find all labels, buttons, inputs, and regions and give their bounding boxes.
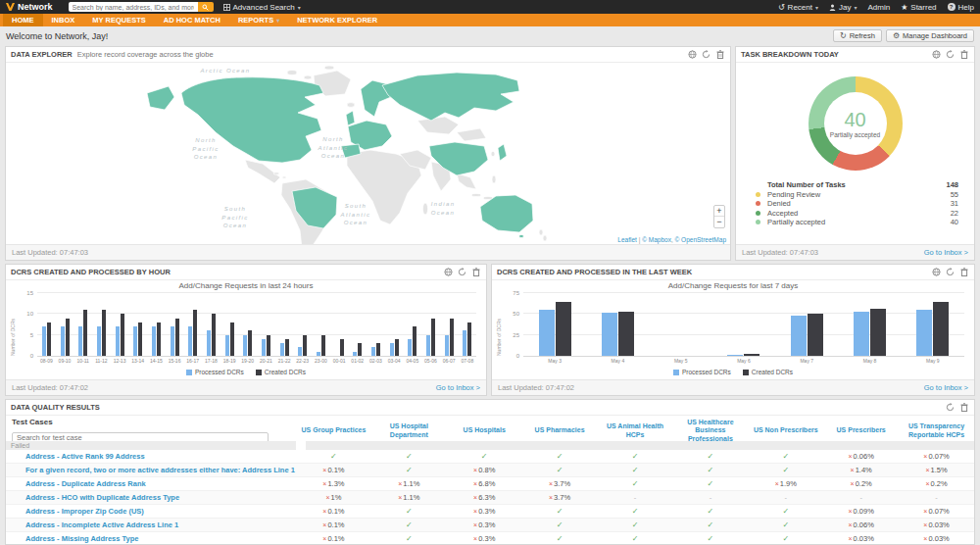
globe-icon[interactable] <box>687 49 698 60</box>
legend-item[interactable]: Created DCRs <box>256 369 306 375</box>
go-to-inbox-link[interactable]: Go to Inbox > <box>924 383 968 392</box>
refresh-icon[interactable] <box>945 49 956 60</box>
result-cell: ×0.03% <box>823 534 899 543</box>
test-case-link[interactable]: For a given record, two or more active a… <box>6 466 296 474</box>
result-cell: ×0.03% <box>899 534 974 543</box>
recent-menu[interactable]: ↺ Recent▾ <box>778 3 818 12</box>
app-logo[interactable]: Network <box>6 2 53 12</box>
test-case-link[interactable]: Address - Incomplete Active Address Line… <box>6 520 296 529</box>
legend-row: Total Number of Tasks148 <box>756 180 958 190</box>
admin-link[interactable]: Admin <box>867 3 890 12</box>
zoom-out-button[interactable]: − <box>714 217 724 227</box>
go-to-inbox-link[interactable]: Go to Inbox > <box>436 383 480 392</box>
x-tick-label: 04-05 <box>403 358 421 364</box>
test-cases-label: Test Cases <box>12 418 290 426</box>
go-to-inbox-link[interactable]: Go to Inbox > <box>924 248 968 257</box>
bar <box>321 335 325 356</box>
bar <box>47 322 51 356</box>
column-header-link[interactable]: US Pharmacies <box>522 426 598 434</box>
refresh-button[interactable]: ↻Refresh <box>833 29 882 42</box>
result-cell: ×0.06% <box>823 452 899 461</box>
ocean-label: IndianOcean <box>412 200 474 217</box>
bar <box>408 339 412 356</box>
star-icon: ★ <box>901 3 907 12</box>
test-case-link[interactable]: Address - Missing Address Type <box>6 534 296 543</box>
mapbox-link[interactable]: © Mapbox <box>642 236 671 243</box>
welcome-text: Welcome to Network, Jay! <box>6 31 108 41</box>
refresh-icon[interactable] <box>701 49 711 60</box>
result-cell: ✓ <box>371 520 447 529</box>
trash-icon[interactable] <box>958 402 969 413</box>
trash-icon[interactable] <box>958 267 969 277</box>
refresh-icon[interactable] <box>945 267 956 277</box>
trash-icon[interactable] <box>714 49 725 60</box>
task-breakdown-panel: TASK BREAKDOWN TODAY 40 Partially accept… <box>735 46 975 261</box>
legend-item[interactable]: Created DCRs <box>743 369 793 375</box>
advanced-search[interactable]: Advanced Search ▾ <box>223 3 301 12</box>
bar-group <box>586 294 649 356</box>
column-header-link[interactable]: US Prescribers <box>823 426 899 434</box>
nav-item-reports[interactable]: REPORTS▾ <box>229 14 288 26</box>
test-case-link[interactable]: Address - Improper Zip Code (US) <box>6 507 296 516</box>
nav-item-network-explorer[interactable]: NETWORK EXPLORER <box>288 14 386 26</box>
nav-item-ad-hoc-match[interactable]: AD HOC MATCH <box>155 14 229 26</box>
x-tick-label: 07-08 <box>458 358 476 364</box>
user-menu[interactable]: Jay▾ <box>829 3 857 12</box>
manage-dashboard-button[interactable]: ⚙Manage Dashboard <box>886 29 974 42</box>
column-header-link[interactable]: US Animal Health HCPs <box>598 422 673 438</box>
bar-group <box>275 294 294 356</box>
y-axis-label: Number of DCRs <box>10 294 16 356</box>
trash-icon[interactable] <box>958 49 969 60</box>
legend-item[interactable]: Processed DCRs <box>673 369 731 375</box>
help-link[interactable]: ?Help <box>948 3 974 12</box>
result-cell: ✓ <box>598 466 673 474</box>
brand-v-icon <box>6 3 15 11</box>
x-tick-label: 17-18 <box>202 358 220 364</box>
nav-item-home[interactable]: HOME <box>3 14 43 26</box>
search-button[interactable] <box>198 2 214 12</box>
x-tick-label: May 8 <box>838 358 901 364</box>
result-cell: ✓ <box>748 534 823 543</box>
legend-item[interactable]: Processed DCRs <box>186 369 244 375</box>
zoom-in-button[interactable]: + <box>714 206 724 217</box>
globe-icon[interactable] <box>443 267 454 277</box>
osm-link[interactable]: © OpenStreetMap <box>675 236 726 243</box>
x-tick-label: May 4 <box>586 358 649 364</box>
panel-title: DATA EXPLORER <box>11 50 73 59</box>
refresh-icon[interactable] <box>457 267 467 277</box>
bar <box>121 314 124 356</box>
trash-icon[interactable] <box>470 267 481 277</box>
starred-link[interactable]: ★Starred <box>901 3 936 12</box>
help-icon: ? <box>948 3 956 11</box>
test-case-link[interactable]: Address - HCO with Duplicate Address Typ… <box>6 493 296 502</box>
column-header-link[interactable]: US Transparency Reportable HCPs <box>899 422 974 438</box>
refresh-icon[interactable] <box>945 402 956 413</box>
result-cell: ×1.5% <box>899 466 974 474</box>
chevron-down-icon: ▾ <box>854 4 857 11</box>
globe-icon[interactable] <box>931 49 942 60</box>
global-search-input[interactable] <box>69 2 198 12</box>
world-map[interactable]: + − Leaflet | © Mapbox, © OpenStreetMap … <box>6 64 730 244</box>
bar <box>243 335 247 356</box>
column-header-link[interactable]: US Hospital Department <box>371 422 447 438</box>
column-header-link[interactable]: US Hospitals <box>447 426 522 434</box>
nav-item-inbox[interactable]: INBOX <box>43 14 84 26</box>
result-cell: ✓ <box>522 452 598 461</box>
nav-item-my-requests[interactable]: MY REQUESTS <box>83 14 154 26</box>
x-tick-label: 20-21 <box>257 358 275 364</box>
column-header-link[interactable]: US Group Practices <box>296 426 371 434</box>
result-cell: ✓ <box>672 507 748 516</box>
bar <box>390 343 394 356</box>
globe-icon[interactable] <box>931 267 942 277</box>
result-cell: ×0.2% <box>899 479 974 488</box>
test-case-link[interactable]: Address - Duplicate Address Rank <box>6 479 296 488</box>
column-header-link[interactable]: US Healthcare Business Professionals <box>672 419 748 442</box>
legend-dot <box>756 220 760 224</box>
column-header-link[interactable]: US Non Prescribers <box>748 426 823 434</box>
bar-group <box>56 294 74 356</box>
bar <box>207 330 211 356</box>
task-donut-chart[interactable]: 40 Partially accepted <box>808 76 903 171</box>
test-case-link[interactable]: Address - Active Rank 99 Address <box>6 452 296 461</box>
leaflet-link[interactable]: Leaflet <box>617 236 637 243</box>
last-updated: Last Updated: 07:47:03 <box>12 248 88 257</box>
